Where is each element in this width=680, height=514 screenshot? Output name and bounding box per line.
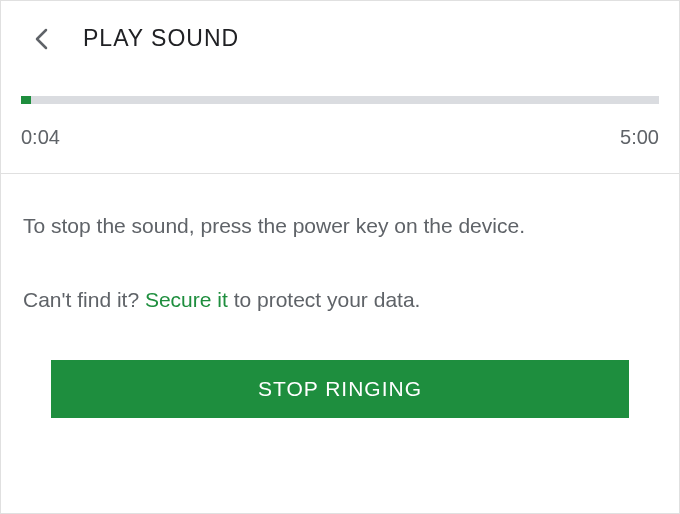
secondary-suffix: to protect your data. [228,288,421,311]
secure-link[interactable]: Secure it [145,288,228,311]
progress-track[interactable] [21,96,659,104]
back-icon[interactable] [29,27,53,51]
progress-fill [21,96,31,104]
stop-ringing-button[interactable]: STOP RINGING [51,360,629,418]
body-section: To stop the sound, press the power key o… [1,174,679,312]
secondary-text: Can't find it? Secure it to protect your… [23,288,657,312]
button-wrap: STOP RINGING [1,312,679,448]
secondary-prefix: Can't find it? [23,288,145,311]
time-total: 5:00 [620,126,659,149]
progress-section: 0:04 5:00 [1,68,679,173]
header: PLAY SOUND [1,1,679,68]
time-row: 0:04 5:00 [21,126,659,149]
instruction-text: To stop the sound, press the power key o… [23,210,657,242]
time-elapsed: 0:04 [21,126,60,149]
page-title: PLAY SOUND [83,25,239,52]
